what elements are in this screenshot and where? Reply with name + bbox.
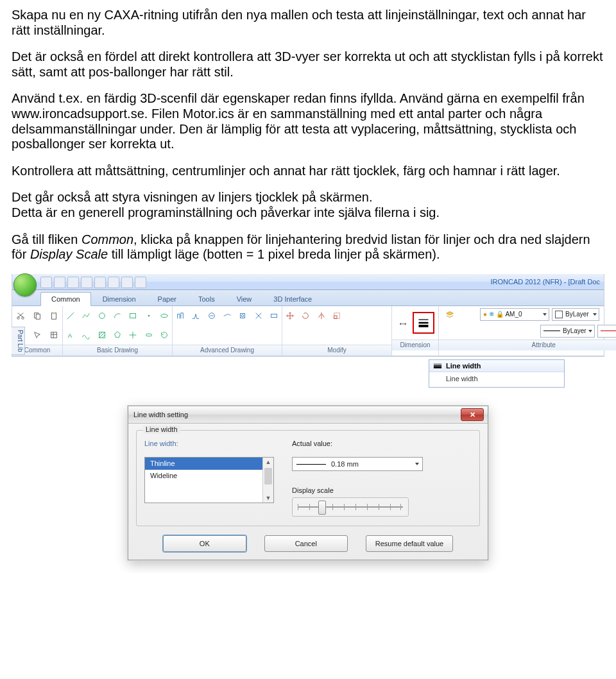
paragraph: Gå till fliken Common, klicka på knappen… (12, 232, 604, 262)
properties-icon[interactable] (46, 326, 62, 344)
polygon-icon[interactable] (110, 326, 124, 344)
quick-access-toolbar (40, 277, 146, 288)
point-icon[interactable] (141, 307, 155, 325)
circle-icon[interactable] (95, 307, 109, 325)
arc-icon[interactable] (110, 307, 124, 325)
list-item[interactable]: Wideline (145, 470, 273, 482)
cancel-button[interactable]: Cancel (264, 535, 348, 552)
layer-state-icon[interactable] (461, 305, 477, 323)
tab-paper[interactable]: Paper (148, 293, 187, 305)
scrollbar[interactable]: ▲ ▼ (262, 458, 273, 503)
line-sample-icon (296, 464, 326, 465)
tab-view[interactable]: View (227, 293, 262, 305)
app-menu-button[interactable] (13, 273, 37, 297)
ok-button[interactable]: OK (163, 535, 246, 552)
polyline-icon[interactable] (79, 307, 93, 325)
layer-icon[interactable] (442, 305, 458, 323)
line-width-fieldset: Line width Line width: Thinline Wideline… (136, 430, 480, 526)
break-icon[interactable] (330, 326, 344, 344)
resume-default-button[interactable]: Resume default value (366, 535, 453, 552)
scroll-down-icon[interactable]: ▼ (263, 494, 273, 503)
offset-icon[interactable] (377, 307, 391, 325)
qat-more2-icon[interactable] (135, 277, 146, 288)
scroll-up-icon[interactable]: ▲ (263, 458, 273, 467)
paste-icon[interactable] (46, 307, 62, 325)
lineweight-combo[interactable]: ByLay (597, 325, 616, 338)
svg-rect-3 (36, 314, 40, 319)
explode-icon[interactable] (361, 326, 375, 344)
tab-3d-interface[interactable]: 3D Interface (263, 293, 322, 305)
stretch-icon[interactable] (345, 326, 359, 344)
mirror-icon[interactable] (314, 307, 329, 325)
part-lib-tab[interactable]: Part Lib (12, 327, 25, 355)
extend-icon[interactable] (361, 307, 375, 325)
text-icon[interactable]: A (64, 326, 78, 344)
rect-icon[interactable] (126, 307, 140, 325)
chamfer-icon[interactable] (298, 326, 312, 344)
centerline-icon[interactable] (126, 326, 140, 344)
adv5-icon[interactable] (235, 307, 250, 325)
adv10-icon[interactable] (205, 326, 219, 344)
display-scale-slider[interactable] (292, 497, 409, 517)
actual-value-combo[interactable]: 0.18 mm (292, 457, 423, 471)
color-swatch-icon (555, 311, 563, 318)
layer-combo[interactable]: ● ❄ 🔒 AM_0 (480, 308, 549, 321)
color-combo[interactable]: ByLayer (552, 308, 599, 321)
qat-open-icon[interactable] (54, 277, 65, 288)
qat-undo-icon[interactable] (94, 277, 106, 288)
spline-icon[interactable] (79, 326, 93, 344)
close-button[interactable]: ✕ (461, 408, 484, 421)
copy-icon[interactable] (30, 307, 45, 325)
hatch-icon[interactable] (95, 326, 109, 344)
line-width-button[interactable] (413, 312, 434, 334)
line-width-dialog: Line width setting ✕ Line width Line wid… (128, 406, 488, 560)
adv7-icon[interactable] (267, 307, 281, 325)
erase-icon[interactable] (377, 326, 391, 344)
tab-dimension[interactable]: Dimension (92, 293, 146, 305)
svg-rect-16 (241, 313, 245, 318)
scale-icon[interactable] (330, 307, 344, 325)
rotate-icon[interactable] (298, 307, 312, 325)
fillet-icon[interactable] (283, 326, 297, 344)
dimension-style-icon[interactable] (395, 308, 411, 338)
tab-tools[interactable]: Tools (188, 293, 225, 305)
cut-icon[interactable] (13, 307, 28, 325)
qat-redo-icon[interactable] (108, 277, 119, 288)
slider-handle[interactable] (318, 501, 326, 515)
text-run: till lämpligt läge (botten = 1 pixel bre… (108, 247, 440, 261)
ellipse-icon[interactable] (157, 307, 171, 325)
revision-icon[interactable] (157, 326, 171, 344)
adv4-icon[interactable] (220, 307, 234, 325)
trim-icon[interactable] (345, 307, 359, 325)
adv1-icon[interactable] (173, 307, 187, 325)
adv14-icon[interactable] (267, 326, 281, 344)
array-icon[interactable] (314, 326, 329, 344)
qat-new-icon[interactable] (40, 277, 52, 288)
slot-icon[interactable] (141, 326, 155, 344)
adv11-icon[interactable] (220, 326, 234, 344)
tooltip-body: Line width (429, 372, 564, 387)
line-icon[interactable] (64, 307, 78, 325)
move-icon[interactable] (283, 307, 297, 325)
adv2-icon[interactable] (189, 307, 203, 325)
line-width-icon (433, 363, 442, 369)
adv9-icon[interactable] (189, 326, 203, 344)
line-width-list[interactable]: Thinline Wideline ▲ ▼ (144, 457, 274, 503)
qat-more-icon[interactable] (121, 277, 133, 288)
adv12-icon[interactable] (235, 326, 250, 344)
adv13-icon[interactable] (251, 326, 265, 344)
linetype-combo[interactable]: ByLayer (540, 325, 595, 338)
tooltip-line-width: Line width Line width (429, 359, 565, 388)
qat-save-icon[interactable] (67, 277, 79, 288)
tab-common[interactable]: Common (40, 292, 91, 306)
qat-print-icon[interactable] (81, 277, 92, 288)
linetype-icon[interactable] (461, 322, 477, 340)
adv3-icon[interactable] (205, 307, 219, 325)
adv6-icon[interactable] (251, 307, 265, 325)
select-icon[interactable] (30, 326, 45, 344)
list-item[interactable]: Thinline (145, 458, 273, 470)
scroll-thumb[interactable] (264, 468, 272, 485)
match-props-icon[interactable] (442, 322, 458, 340)
text-emphasis: Common (81, 232, 133, 246)
adv8-icon[interactable] (173, 326, 187, 344)
